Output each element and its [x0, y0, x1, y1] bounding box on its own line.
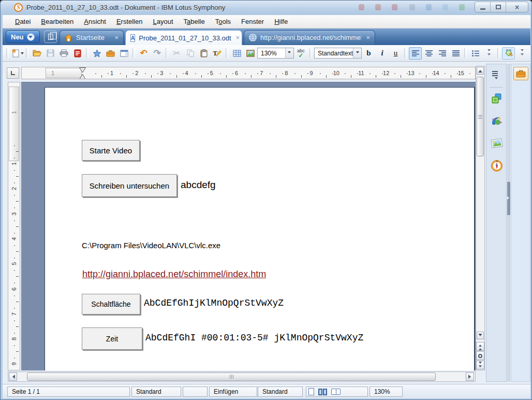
- menu-item-fenster[interactable]: Fenster: [236, 16, 269, 27]
- clipart-icon[interactable]: [491, 115, 503, 127]
- status-insert-mode[interactable]: Einfügen: [209, 387, 257, 397]
- previous-page-button[interactable]: [476, 342, 484, 351]
- spellcheck-button[interactable]: abc ✓: [294, 47, 307, 60]
- vertical-scrollbar[interactable]: [476, 66, 485, 370]
- align-justify-button[interactable]: [449, 47, 462, 60]
- sidebar-splitter[interactable]: [507, 64, 510, 382]
- document-page[interactable]: Starte Video Schreiben untersuchen abcde…: [45, 87, 475, 370]
- align-left-icon: [411, 50, 420, 56]
- ruler-number: 1: [51, 70, 54, 76]
- chevron-down-icon[interactable]: [285, 48, 293, 58]
- mono-text-1: AbCdEfGhIjKlMnOpQrStVwXyZ: [144, 298, 284, 308]
- picture-icon[interactable]: [491, 137, 503, 150]
- single-page-view-icon[interactable]: [308, 388, 314, 395]
- toolbox-icon: [516, 69, 526, 78]
- schimmel-hyperlink[interactable]: http://gianni.bplaced.net/schimmel/index…: [82, 269, 266, 280]
- compass-icon[interactable]: N: [491, 160, 503, 172]
- menu-item-layout[interactable]: Layout: [147, 16, 178, 27]
- h-ruler[interactable]: 1123456789101112131415: [21, 67, 476, 79]
- horizontal-scrollbar[interactable]: [8, 372, 476, 382]
- new-document-button[interactable]: Neu: [6, 31, 40, 43]
- scroll-up-button[interactable]: [477, 67, 484, 75]
- next-page-button[interactable]: [476, 361, 484, 369]
- app-logo-icon[interactable]: S: [14, 3, 23, 12]
- redo-button[interactable]: ↷: [151, 47, 164, 60]
- horizontal-scroll-thumb[interactable]: [27, 373, 436, 381]
- toolbar-overflow-button[interactable]: [482, 47, 495, 60]
- sidebar-menu-icon[interactable]: [492, 71, 498, 81]
- ruler-tick: [220, 73, 221, 74]
- tab-probe-document[interactable]: A Probe_2011_01_27_10_33.odt ×: [125, 30, 242, 45]
- ruler-number: 1: [11, 162, 17, 165]
- multi-page-view-icon[interactable]: [318, 389, 327, 395]
- menu-item-datei[interactable]: Datei: [10, 16, 36, 27]
- panel-button[interactable]: [117, 47, 130, 60]
- vertical-scroll-thumb[interactable]: [477, 77, 484, 156]
- start-video-button[interactable]: Starte Video: [82, 140, 140, 161]
- ruler-tick: [251, 75, 252, 78]
- tab-close-icon[interactable]: ×: [114, 35, 119, 41]
- toolbar-overflow-button[interactable]: [515, 47, 528, 60]
- zoom-combobox[interactable]: 130%: [257, 48, 294, 59]
- inspect-writing-button[interactable]: Schreiben untersuchen: [82, 174, 177, 197]
- favorites-button[interactable]: [91, 47, 104, 60]
- ruler-origin-button[interactable]: [7, 67, 19, 79]
- bullet-list-button[interactable]: [469, 47, 482, 60]
- draw-shape-button[interactable]: [502, 47, 515, 60]
- close-button[interactable]: ×: [506, 2, 528, 12]
- minimize-button[interactable]: [475, 2, 491, 12]
- menu-item-hilfe[interactable]: Hilfe: [269, 16, 293, 27]
- bold-button[interactable]: b: [362, 47, 375, 60]
- paragraph-style-combobox[interactable]: Standardtext: [314, 48, 362, 59]
- new-document-toolbar-button[interactable]: [11, 47, 24, 60]
- toolbar-separator: [26, 48, 28, 58]
- ruler-tick: [457, 73, 458, 74]
- maximize-button[interactable]: [491, 2, 506, 12]
- italic-button[interactable]: i: [376, 47, 389, 60]
- schaltflaeche-button[interactable]: Schaltfläche: [82, 294, 140, 315]
- tab-close-icon[interactable]: ×: [366, 35, 370, 41]
- table-button[interactable]: [230, 47, 243, 60]
- scroll-left-button[interactable]: [9, 373, 17, 381]
- toolbox-button[interactable]: [104, 47, 117, 60]
- copy-button[interactable]: [184, 47, 197, 60]
- align-right-button[interactable]: [436, 47, 449, 60]
- blocks-icon[interactable]: [491, 92, 503, 105]
- format-brush-button[interactable]: T: [211, 47, 224, 60]
- chevron-down-icon[interactable]: [353, 48, 361, 58]
- v-ruler[interactable]: 1123456789: [8, 82, 20, 370]
- print-button[interactable]: [57, 47, 70, 60]
- zeit-button[interactable]: Zeit: [82, 327, 142, 350]
- tab-browser[interactable]: http://gianni.bplaced.net/schimmel/... ×: [244, 30, 375, 45]
- align-left-button[interactable]: [409, 47, 422, 60]
- status-zoom[interactable]: 130%: [370, 387, 403, 397]
- cut-button[interactable]: ✂: [170, 47, 183, 60]
- tab-close-icon[interactable]: ×: [236, 35, 240, 41]
- scroll-right-button[interactable]: [466, 373, 474, 381]
- document-viewport[interactable]: Starte Video Schreiben untersuchen abcde…: [21, 82, 476, 370]
- undo-button[interactable]: ↶: [137, 47, 150, 60]
- menu-item-bearbeiten[interactable]: Bearbeiten: [36, 16, 79, 27]
- gallery-button[interactable]: [244, 47, 257, 60]
- book-view-icon[interactable]: [331, 389, 341, 395]
- duplicate-tab-button[interactable]: [44, 31, 57, 43]
- menu-item-tools[interactable]: Tools: [210, 16, 236, 27]
- menu-item-ansicht[interactable]: Ansicht: [79, 16, 111, 27]
- indent-marker[interactable]: [79, 67, 86, 79]
- align-center-button[interactable]: [422, 47, 435, 60]
- globe-icon: [249, 34, 257, 41]
- export-pdf-button[interactable]: [71, 47, 84, 60]
- toolbox-panel-button[interactable]: [513, 67, 528, 80]
- home-icon: [65, 34, 72, 41]
- paste-button[interactable]: [197, 47, 210, 60]
- tab-startseite[interactable]: Startseite ×: [60, 30, 124, 45]
- menu-item-tabelle[interactable]: Tabelle: [179, 16, 210, 27]
- scroll-down-button[interactable]: [477, 332, 484, 339]
- chevron-down-icon[interactable]: [27, 33, 35, 41]
- navigation-button[interactable]: [476, 351, 484, 360]
- save-button[interactable]: [44, 47, 57, 60]
- open-button[interactable]: [31, 47, 43, 60]
- underline-button[interactable]: u: [389, 47, 402, 60]
- glass-ghost-icon: [426, 4, 432, 10]
- menu-item-erstellen[interactable]: Erstellen: [111, 16, 148, 27]
